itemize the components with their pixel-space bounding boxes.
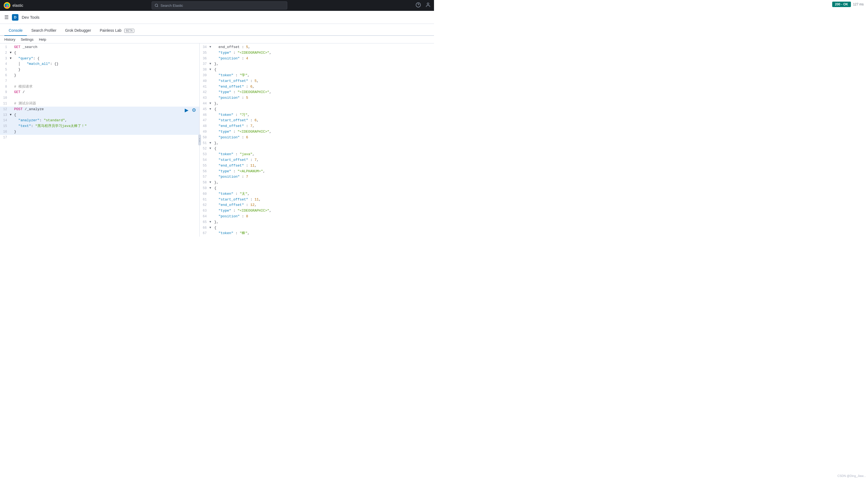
beta-badge: BETA — [124, 29, 134, 33]
response-line-number: 60 — [199, 191, 209, 197]
response-fold-gutter[interactable]: ▼ — [209, 219, 214, 225]
help-button[interactable]: Help — [39, 37, 46, 41]
tab-grok-debugger[interactable]: Grok Debugger — [61, 26, 95, 36]
fold-gutter[interactable]: ▼ — [10, 50, 14, 55]
fold-gutter — [10, 101, 14, 101]
main-content: 1GET _search2▼{3▼ "query": {4 │ "match_a… — [0, 43, 434, 237]
response-line-number: 58 — [199, 180, 209, 185]
response-line-number: 36 — [199, 56, 209, 61]
user-icon[interactable] — [425, 2, 431, 9]
tab-search-profiler[interactable]: Search Profiler — [27, 26, 61, 36]
response-line-number: 49 — [199, 129, 209, 135]
response-line-content: }, — [214, 61, 434, 67]
global-search-bar[interactable]: Search Elastic — [152, 1, 287, 9]
top-navbar: elastic Search Elastic — [0, 0, 434, 11]
settings-button[interactable]: Settings — [21, 37, 33, 41]
line-content: # 模拟请求 — [14, 84, 199, 90]
tool-bar: History Settings Help 200 - OK 127 ms — [0, 36, 434, 43]
response-fold-gutter[interactable]: ▼ — [209, 44, 214, 50]
response-line: 66▼{ — [199, 225, 434, 231]
line-content: # 测试分词器 — [14, 101, 199, 107]
fold-gutter — [10, 123, 14, 124]
editor-line: 1GET _search — [0, 44, 199, 50]
response-line: 37▼}, — [199, 61, 434, 67]
editor-line: 9GET / — [0, 90, 199, 95]
response-line-number: 62 — [199, 202, 209, 208]
code-editor[interactable]: 1GET _search2▼{3▼ "query": {4 │ "match_a… — [0, 43, 199, 237]
response-line: 45▼{ — [199, 107, 434, 112]
response-fold-gutter[interactable]: ▼ — [209, 146, 214, 151]
response-line-number: 52 — [199, 146, 209, 151]
response-line-number: 40 — [199, 79, 209, 84]
line-content: { — [14, 112, 199, 118]
response-fold-gutter[interactable]: ▼ — [209, 67, 214, 72]
response-line-content: { — [214, 107, 434, 112]
line-number: 14 — [0, 118, 10, 123]
help-icon[interactable] — [415, 2, 421, 9]
response-line-content: "type" : "<IDEOGRAPHIC>", — [214, 208, 434, 214]
response-line: 49 "type" : "<IDEOGRAPHIC>", — [199, 129, 434, 135]
fold-gutter — [10, 107, 14, 107]
fold-gutter — [10, 67, 14, 67]
svg-line-6 — [157, 6, 158, 7]
response-fold-gutter — [209, 50, 214, 51]
response-fold-gutter — [209, 112, 214, 113]
line-number: 15 — [0, 123, 10, 129]
editor-line: 6} — [0, 73, 199, 79]
history-button[interactable]: History — [4, 37, 15, 41]
settings-run-button[interactable]: ⚙ — [191, 107, 197, 114]
pane-divider[interactable] — [198, 135, 201, 145]
response-line-number: 37 — [199, 61, 209, 67]
response-line-content: { — [214, 225, 434, 231]
line-content: POST /_analyze — [14, 107, 199, 112]
editor-pane[interactable]: 1GET _search2▼{3▼ "query": {4 │ "match_a… — [0, 43, 199, 237]
editor-line: 14 "analyzer": "standard", — [0, 118, 199, 123]
fold-gutter[interactable]: ▼ — [10, 112, 14, 117]
response-line-number: 55 — [199, 163, 209, 169]
response-line-content: "end_offset" : 12, — [214, 202, 434, 208]
response-fold-gutter[interactable]: ▼ — [209, 185, 214, 191]
editor-line: 8# 模拟请求 — [0, 84, 199, 90]
response-line-content: "token" : "java", — [214, 152, 434, 157]
line-number: 13 — [0, 112, 10, 118]
response-fold-gutter — [209, 95, 214, 95]
fold-gutter — [10, 129, 14, 129]
response-line: 51▼}, — [199, 141, 434, 146]
tab-console[interactable]: Console — [4, 26, 27, 36]
hamburger-menu[interactable]: ☰ — [4, 14, 9, 20]
response-fold-gutter[interactable]: ▼ — [209, 61, 214, 66]
response-line: 44▼}, — [199, 101, 434, 107]
run-button-group: ▶ ⚙ — [184, 107, 197, 114]
response-line-number: 45 — [199, 107, 209, 112]
response-line-number: 63 — [199, 208, 209, 213]
response-line-number: 38 — [199, 67, 209, 72]
response-line: 35 "type" : "<IDEOGRAPHIC>", — [199, 50, 434, 56]
line-number: 2 — [0, 50, 10, 56]
response-fold-gutter — [209, 157, 214, 158]
response-fold-gutter — [209, 202, 214, 203]
run-button[interactable]: ▶ — [184, 107, 190, 114]
search-bar-wrapper: Search Elastic — [27, 1, 412, 9]
line-number: 3 — [0, 56, 10, 61]
response-fold-gutter[interactable]: ▼ — [209, 107, 214, 112]
response-fold-gutter — [209, 208, 214, 208]
response-line: 68 "start_offset" : 12, — [199, 236, 434, 237]
response-line: 54 "start_offset" : 7, — [199, 157, 434, 163]
svg-point-4 — [8, 4, 9, 7]
response-line-content: { — [214, 185, 434, 191]
response-line-content: "end_offset" : 11, — [214, 163, 434, 169]
response-fold-gutter[interactable]: ▼ — [209, 101, 214, 106]
response-line-content: "type" : "<IDEOGRAPHIC>", — [214, 50, 434, 56]
response-fold-gutter[interactable]: ▼ — [209, 180, 214, 185]
response-line-number: 67 — [199, 231, 209, 236]
response-fold-gutter[interactable]: ▼ — [209, 225, 214, 230]
elastic-logo[interactable]: elastic — [3, 2, 23, 9]
response-fold-gutter[interactable]: ▼ — [209, 141, 214, 146]
response-fold-gutter — [209, 197, 214, 197]
svg-point-5 — [155, 4, 158, 6]
fold-gutter[interactable]: ▼ — [10, 56, 14, 61]
tab-painless-lab[interactable]: Painless Lab BETA — [95, 26, 138, 36]
line-content: } — [14, 129, 199, 135]
response-line: 65▼}, — [199, 219, 434, 225]
response-line: 38▼{ — [199, 67, 434, 73]
